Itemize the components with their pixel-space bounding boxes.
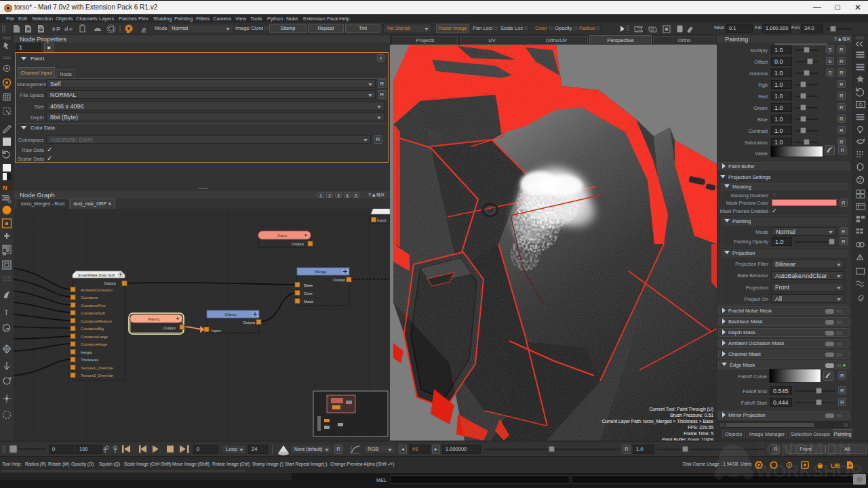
- svg-text:FPS: 229.55: FPS: 229.55: [688, 425, 713, 430]
- svg-text:CurvatureSoft: CurvatureSoft: [81, 311, 105, 315]
- svg-text:LIB: LIB: [831, 462, 840, 469]
- svg-text:Base: Base: [304, 283, 313, 287]
- svg-text:AmbientOcclusion: AmbientOcclusion: [81, 288, 113, 292]
- svg-text:N: N: [3, 184, 7, 191]
- svg-text:Merge: Merge: [315, 270, 327, 274]
- svg-text:Over: Over: [304, 291, 313, 296]
- svg-text:d: d: [64, 26, 68, 33]
- svg-text:Current Layer Path: torso_Merg: Current Layer Path: torso_Merged > Thick…: [601, 419, 713, 424]
- svg-text:Current Tool: Paint Through (U: Current Tool: Paint Through (U): [649, 407, 713, 412]
- svg-text:Texture1_Override: Texture1_Override: [81, 366, 113, 370]
- svg-text:T: T: [4, 308, 9, 317]
- svg-text:Curvature: Curvature: [81, 296, 98, 300]
- svg-text:Output: Output: [163, 326, 176, 330]
- svg-text:Frame Time: 5: Frame Time: 5: [684, 431, 713, 436]
- svg-text:Brush Pressure: 0.51: Brush Pressure: 0.51: [670, 413, 713, 418]
- svg-text:Mask: Mask: [304, 300, 314, 304]
- svg-text:Output: Output: [333, 278, 345, 282]
- svg-text:Paint: Paint: [277, 234, 287, 238]
- svg-text:Input: Input: [377, 218, 387, 222]
- svg-text:SmartMask Dust Soft: SmartMask Dust Soft: [78, 273, 115, 277]
- svg-text:Output: Output: [243, 321, 255, 325]
- svg-text:CurvatureBig: CurvatureBig: [81, 327, 104, 331]
- svg-text:Output: Output: [292, 242, 304, 246]
- svg-text:Output: Output: [104, 281, 116, 285]
- svg-text:Input: Input: [212, 329, 221, 333]
- svg-text:Clamp: Clamp: [224, 312, 237, 317]
- svg-text:CurvatureHuge: CurvatureHuge: [81, 342, 107, 346]
- svg-text:Texture2_Override: Texture2_Override: [81, 373, 113, 378]
- svg-text:Thickness: Thickness: [81, 358, 98, 362]
- svg-text:P: P: [56, 26, 60, 33]
- svg-text:CurvatureFine: CurvatureFine: [81, 304, 106, 308]
- svg-text:Paint1: Paint1: [148, 317, 160, 321]
- svg-text:CurvatureLarge: CurvatureLarge: [81, 335, 108, 339]
- svg-text:Height: Height: [81, 350, 92, 354]
- svg-text:CurvatureMedium: CurvatureMedium: [81, 319, 112, 323]
